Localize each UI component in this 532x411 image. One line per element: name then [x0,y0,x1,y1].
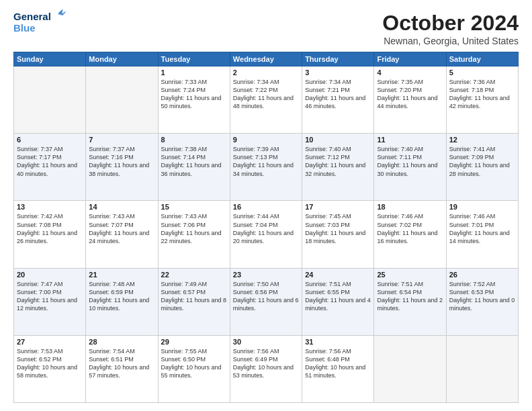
day-number: 13 [17,203,83,211]
logo-general-text: General [13,11,51,22]
day-info: Sunrise: 7:45 AMSunset: 7:03 PMDaylight:… [305,212,371,245]
col-thursday: Thursday [302,52,374,66]
day-info: Sunrise: 7:56 AMSunset: 6:48 PMDaylight:… [305,347,371,380]
calendar-week-row: 6Sunrise: 7:37 AMSunset: 7:17 PMDaylight… [14,134,519,201]
table-row: 16Sunrise: 7:44 AMSunset: 7:04 PMDayligh… [230,201,302,268]
day-number: 15 [161,203,227,211]
day-number: 6 [17,136,83,144]
day-number: 23 [233,271,299,279]
day-number: 31 [305,338,371,346]
day-info: Sunrise: 7:43 AMSunset: 7:06 PMDaylight:… [161,212,227,245]
table-row: 17Sunrise: 7:45 AMSunset: 7:03 PMDayligh… [302,201,374,268]
day-number: 28 [89,338,154,346]
table-row: 6Sunrise: 7:37 AMSunset: 7:17 PMDaylight… [14,134,86,201]
table-row: 14Sunrise: 7:43 AMSunset: 7:07 PMDayligh… [86,201,158,268]
day-number: 12 [449,136,515,144]
day-info: Sunrise: 7:46 AMSunset: 7:01 PMDaylight:… [449,212,515,245]
day-info: Sunrise: 7:42 AMSunset: 7:08 PMDaylight:… [17,212,83,245]
table-row: 24Sunrise: 7:51 AMSunset: 6:55 PMDayligh… [302,268,374,335]
calendar-week-row: 20Sunrise: 7:47 AMSunset: 7:00 PMDayligh… [14,268,519,335]
table-row [14,66,86,134]
calendar-week-row: 13Sunrise: 7:42 AMSunset: 7:08 PMDayligh… [14,201,519,268]
day-info: Sunrise: 7:41 AMSunset: 7:09 PMDaylight:… [449,145,515,178]
logo: General Blue [13,11,67,34]
table-row: 29Sunrise: 7:55 AMSunset: 6:50 PMDayligh… [158,335,230,402]
table-row: 5Sunrise: 7:36 AMSunset: 7:18 PMDaylight… [446,66,518,134]
table-row: 21Sunrise: 7:48 AMSunset: 6:59 PMDayligh… [86,268,158,335]
day-number: 21 [89,271,154,279]
day-info: Sunrise: 7:35 AMSunset: 7:20 PMDaylight:… [377,78,443,111]
day-info: Sunrise: 7:37 AMSunset: 7:17 PMDaylight:… [17,145,83,178]
day-info: Sunrise: 7:43 AMSunset: 7:07 PMDaylight:… [89,212,154,245]
day-info: Sunrise: 7:40 AMSunset: 7:11 PMDaylight:… [377,145,443,178]
day-info: Sunrise: 7:34 AMSunset: 7:21 PMDaylight:… [305,78,371,111]
month-title: October 2024 [382,11,519,36]
location: Newnan, Georgia, United States [382,36,519,46]
table-row: 15Sunrise: 7:43 AMSunset: 7:06 PMDayligh… [158,201,230,268]
table-row: 23Sunrise: 7:50 AMSunset: 6:56 PMDayligh… [230,268,302,335]
day-number: 5 [449,68,515,77]
table-row [374,335,446,402]
day-info: Sunrise: 7:39 AMSunset: 7:13 PMDaylight:… [233,145,299,178]
day-info: Sunrise: 7:49 AMSunset: 6:57 PMDaylight:… [161,280,227,313]
day-number: 7 [89,136,154,144]
day-number: 19 [449,203,515,211]
table-row: 7Sunrise: 7:37 AMSunset: 7:16 PMDaylight… [86,134,158,201]
calendar-header-row: Sunday Monday Tuesday Wednesday Thursday… [14,52,519,66]
day-info: Sunrise: 7:34 AMSunset: 7:22 PMDaylight:… [233,78,299,111]
day-number: 16 [233,203,299,211]
day-number: 4 [377,68,443,77]
logo-blue-text: Blue [13,22,36,34]
day-number: 10 [305,136,371,144]
table-row [446,335,518,402]
day-info: Sunrise: 7:51 AMSunset: 6:54 PMDaylight:… [377,280,443,313]
day-number: 24 [305,271,371,279]
header: General Blue October 2024 Newnan, Georgi… [13,11,519,46]
day-number: 25 [377,271,443,279]
table-row: 4Sunrise: 7:35 AMSunset: 7:20 PMDaylight… [374,66,446,134]
day-info: Sunrise: 7:56 AMSunset: 6:49 PMDaylight:… [233,347,299,380]
table-row: 9Sunrise: 7:39 AMSunset: 7:13 PMDaylight… [230,134,302,201]
calendar-week-row: 27Sunrise: 7:53 AMSunset: 6:52 PMDayligh… [14,335,519,402]
table-row: 1Sunrise: 7:33 AMSunset: 7:24 PMDaylight… [158,66,230,134]
day-number: 26 [449,271,515,279]
day-info: Sunrise: 7:48 AMSunset: 6:59 PMDaylight:… [89,280,154,313]
table-row: 19Sunrise: 7:46 AMSunset: 7:01 PMDayligh… [446,201,518,268]
table-row [86,66,158,134]
day-info: Sunrise: 7:33 AMSunset: 7:24 PMDaylight:… [161,78,227,111]
day-number: 17 [305,203,371,211]
table-row: 27Sunrise: 7:53 AMSunset: 6:52 PMDayligh… [14,335,86,402]
day-info: Sunrise: 7:55 AMSunset: 6:50 PMDaylight:… [161,347,227,380]
calendar-table: Sunday Monday Tuesday Wednesday Thursday… [13,52,519,403]
page: General Blue October 2024 Newnan, Georgi… [0,0,532,411]
table-row: 3Sunrise: 7:34 AMSunset: 7:21 PMDaylight… [302,66,374,134]
table-row: 25Sunrise: 7:51 AMSunset: 6:54 PMDayligh… [374,268,446,335]
table-row: 8Sunrise: 7:38 AMSunset: 7:14 PMDaylight… [158,134,230,201]
table-row: 13Sunrise: 7:42 AMSunset: 7:08 PMDayligh… [14,201,86,268]
table-row: 11Sunrise: 7:40 AMSunset: 7:11 PMDayligh… [374,134,446,201]
logo-proper: General Blue [13,11,67,34]
day-number: 27 [17,338,83,346]
table-row: 26Sunrise: 7:52 AMSunset: 6:53 PMDayligh… [446,268,518,335]
logo-bird-icon [52,9,67,21]
day-number: 11 [377,136,443,144]
day-info: Sunrise: 7:44 AMSunset: 7:04 PMDaylight:… [233,212,299,245]
day-number: 29 [161,338,227,346]
day-info: Sunrise: 7:53 AMSunset: 6:52 PMDaylight:… [17,347,83,380]
day-info: Sunrise: 7:38 AMSunset: 7:14 PMDaylight:… [161,145,227,178]
day-number: 30 [233,338,299,346]
day-info: Sunrise: 7:47 AMSunset: 7:00 PMDaylight:… [17,280,83,313]
day-info: Sunrise: 7:36 AMSunset: 7:18 PMDaylight:… [449,78,515,111]
day-info: Sunrise: 7:46 AMSunset: 7:02 PMDaylight:… [377,212,443,245]
table-row: 28Sunrise: 7:54 AMSunset: 6:51 PMDayligh… [86,335,158,402]
col-tuesday: Tuesday [158,52,230,66]
col-monday: Monday [86,52,158,66]
table-row: 30Sunrise: 7:56 AMSunset: 6:49 PMDayligh… [230,335,302,402]
day-number: 3 [305,68,371,77]
table-row: 12Sunrise: 7:41 AMSunset: 7:09 PMDayligh… [446,134,518,201]
day-number: 2 [233,68,299,77]
table-row: 31Sunrise: 7:56 AMSunset: 6:48 PMDayligh… [302,335,374,402]
day-number: 18 [377,203,443,211]
day-number: 9 [233,136,299,144]
day-info: Sunrise: 7:52 AMSunset: 6:53 PMDaylight:… [449,280,515,313]
